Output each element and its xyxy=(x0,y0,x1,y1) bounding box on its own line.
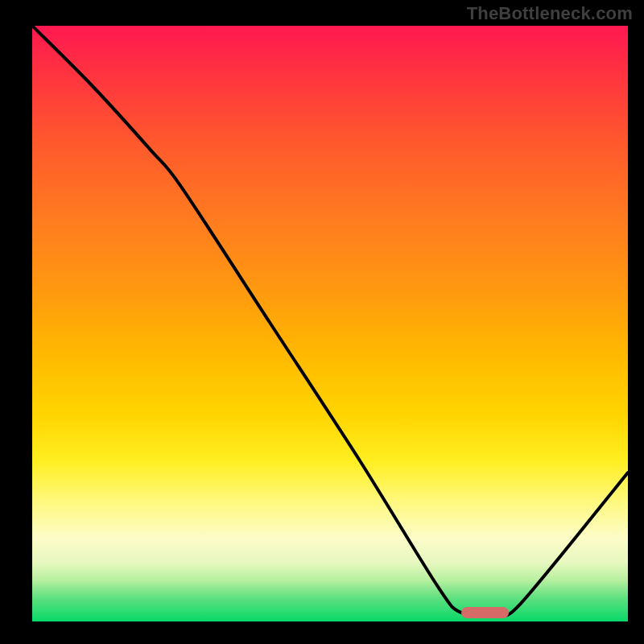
curve-path xyxy=(32,26,628,616)
chart-frame: TheBottleneck.com xyxy=(0,0,644,644)
plot-area xyxy=(26,26,628,628)
optimal-range-marker xyxy=(461,607,509,618)
source-attribution: TheBottleneck.com xyxy=(467,3,633,24)
line-plot xyxy=(32,26,628,621)
